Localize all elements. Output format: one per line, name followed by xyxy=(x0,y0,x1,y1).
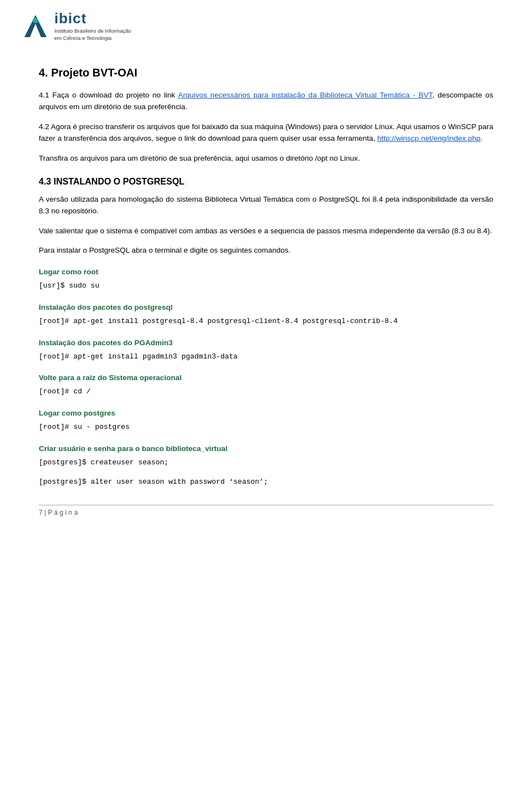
subheading-logar-root: Logar como root xyxy=(39,268,493,276)
page-footer: 7 | P á g i n a xyxy=(39,505,493,516)
code-createuser: [postgres]$ createuser season; xyxy=(39,457,493,469)
footer-page-label: P á g i n a xyxy=(48,509,78,516)
para-4-3: Transfira os arquivos para um diretório … xyxy=(39,152,493,165)
main-content: 4. Projeto BVT-OAI 4.1 Faça o download d… xyxy=(0,50,532,539)
logo-subtitle-line2: em Ciência e Tecnologia xyxy=(54,34,131,42)
bvt-link[interactable]: Arquivos necessários para instalação da … xyxy=(178,91,432,99)
winscp-link[interactable]: http://winscp.net/eng/index.php xyxy=(377,134,480,142)
para-4-2-suffix: . xyxy=(480,134,483,142)
subheading-volte-raiz: Volte para a raiz do Sistema operacional xyxy=(39,373,493,382)
logo-subtitle-line1: Instituto Brasileiro de Informação xyxy=(54,27,131,34)
subheading-install-postgresql: Instalação dos pacotes do postgresql xyxy=(39,303,493,311)
section4-3-para2: Vale salientar que o sistema é compatíve… xyxy=(39,225,493,237)
section4-3-title: 4.3 INSTALANDO O POSTGRESQL xyxy=(39,177,493,187)
code-logar-root: [usr]$ sudo su xyxy=(39,280,493,292)
section4-3-para1: A versão utilizada para homologação do s… xyxy=(39,193,493,217)
para-4-1-prefix: 4.1 Faça o download do projeto no link xyxy=(39,91,178,99)
code-install-pgadmin3: [root]# apt-get install pgadmin3 pgadmin… xyxy=(39,351,493,363)
ibict-logo-icon xyxy=(22,13,49,39)
section4-title: 4. Projeto BVT-OAI xyxy=(39,66,493,79)
page-header: ibict Instituto Brasileiro de Informação… xyxy=(0,0,532,50)
svg-point-2 xyxy=(33,18,38,23)
footer-page-number: 7 xyxy=(39,509,43,516)
logo-ibict-name: ibict xyxy=(54,10,131,27)
logo-text: ibict Instituto Brasileiro de Informação… xyxy=(54,10,131,42)
para-4-2: 4.2 Agora é preciso transferir os arquiv… xyxy=(39,121,493,145)
code-logar-postgres: [root]# su - postgres xyxy=(39,422,493,433)
subheading-logar-postgres: Logar como postgres xyxy=(39,409,493,417)
subheading-criar-usuario: Criar usuário e senha para o banco bibli… xyxy=(39,444,493,453)
subheading-install-pgadmin3: Instalação dos pacotes do PGAdmin3 xyxy=(39,339,493,347)
code-cd-root: [root]# cd / xyxy=(39,386,493,398)
code-install-postgresql: [root]# apt-get install postgresql-8.4 p… xyxy=(39,316,493,327)
code-alter-user: [postgres]$ alter user season with passw… xyxy=(39,477,493,488)
section4-3-para3: Para instalar o PostgreSQL abra o termin… xyxy=(39,244,493,257)
footer-divider xyxy=(39,505,493,505)
logo-container: ibict Instituto Brasileiro de Informação… xyxy=(22,10,131,42)
para-4-1: 4.1 Faça o download do projeto no link A… xyxy=(39,89,493,113)
